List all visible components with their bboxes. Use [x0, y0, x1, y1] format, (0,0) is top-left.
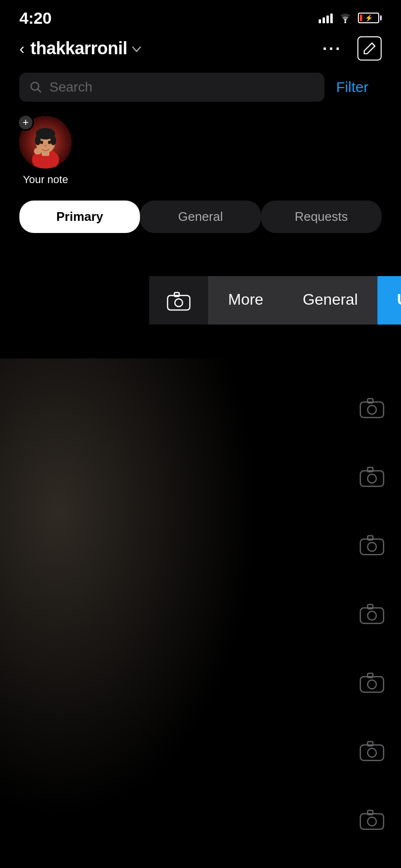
camera-icon-dropdown — [167, 290, 191, 311]
username-label: thakkarronil — [31, 38, 127, 59]
svg-rect-16 — [360, 402, 384, 418]
svg-point-23 — [368, 542, 376, 551]
dropdown-item-more[interactable]: More — [208, 276, 283, 325]
svg-point-11 — [44, 145, 47, 147]
camera-icon-5[interactable] — [357, 667, 386, 697]
svg-rect-19 — [360, 471, 384, 486]
svg-rect-28 — [360, 677, 384, 692]
svg-point-0 — [344, 21, 346, 23]
header: ‹ thakkarronil ··· — [0, 29, 401, 68]
story-label: Your note — [23, 173, 68, 186]
story-your-note[interactable]: + — [19, 116, 72, 186]
dropdown-item-unread[interactable]: Unread — [377, 276, 401, 325]
svg-rect-31 — [360, 745, 384, 760]
svg-point-14 — [175, 299, 183, 307]
camera-icon-4[interactable] — [357, 599, 386, 628]
search-placeholder: Search — [49, 79, 93, 95]
svg-point-8 — [50, 136, 56, 145]
compose-button[interactable] — [357, 36, 382, 61]
chat-bg-gradient — [0, 358, 291, 868]
dropdown-item-general[interactable]: General — [283, 276, 377, 325]
header-left: ‹ thakkarronil — [19, 38, 141, 59]
stories-area: + — [0, 107, 401, 196]
camera-icons-list — [357, 358, 386, 868]
dropdown-camera-left — [149, 276, 208, 325]
svg-point-12 — [34, 148, 42, 155]
camera-icon-6[interactable] — [357, 736, 386, 765]
svg-point-7 — [35, 136, 41, 145]
tab-primary[interactable]: Primary — [19, 201, 140, 233]
svg-point-20 — [368, 474, 376, 483]
svg-rect-22 — [360, 539, 384, 555]
inbox-tabs: Primary General Requests — [0, 201, 401, 233]
back-button[interactable]: ‹ — [19, 40, 25, 58]
svg-point-10 — [48, 141, 51, 144]
svg-rect-15 — [174, 293, 179, 296]
filter-button[interactable]: Filter — [336, 79, 369, 95]
camera-icon-2[interactable] — [357, 462, 386, 491]
username-row[interactable]: thakkarronil — [31, 38, 141, 59]
status-time: 4:20 — [19, 9, 51, 28]
svg-point-32 — [368, 748, 376, 757]
compose-icon — [362, 41, 377, 56]
search-bar-row: Search Filter — [19, 73, 382, 102]
dropdown-row: More General Unread — [149, 276, 401, 325]
filter-dropdown: More General Unread — [149, 276, 401, 325]
add-story-badge: + — [17, 114, 34, 131]
chevron-down-icon — [132, 46, 141, 52]
svg-point-35 — [368, 817, 376, 826]
svg-point-17 — [368, 405, 376, 414]
camera-icon-1[interactable] — [357, 393, 386, 422]
search-bar[interactable]: Search — [19, 73, 324, 102]
status-bar: 4:20 ⚡ — [0, 0, 401, 29]
tab-requests[interactable]: Requests — [261, 201, 382, 233]
battery-icon: ⚡ — [358, 13, 382, 23]
svg-rect-34 — [360, 814, 384, 829]
camera-icon-7[interactable] — [357, 805, 386, 834]
header-right: ··· — [323, 36, 382, 61]
status-icons: ⚡ — [319, 13, 382, 23]
svg-rect-13 — [168, 295, 190, 310]
tab-general[interactable]: General — [140, 201, 261, 233]
signal-icon — [319, 13, 333, 23]
search-area: Search Filter — [0, 68, 401, 107]
story-avatar-wrapper: + — [19, 116, 72, 169]
svg-rect-25 — [360, 608, 384, 623]
svg-point-29 — [368, 680, 376, 689]
svg-point-9 — [40, 141, 43, 144]
search-icon — [29, 80, 43, 94]
more-button[interactable]: ··· — [323, 39, 342, 58]
wifi-icon — [339, 13, 352, 23]
svg-point-26 — [368, 611, 376, 620]
camera-icon-3[interactable] — [357, 530, 386, 559]
